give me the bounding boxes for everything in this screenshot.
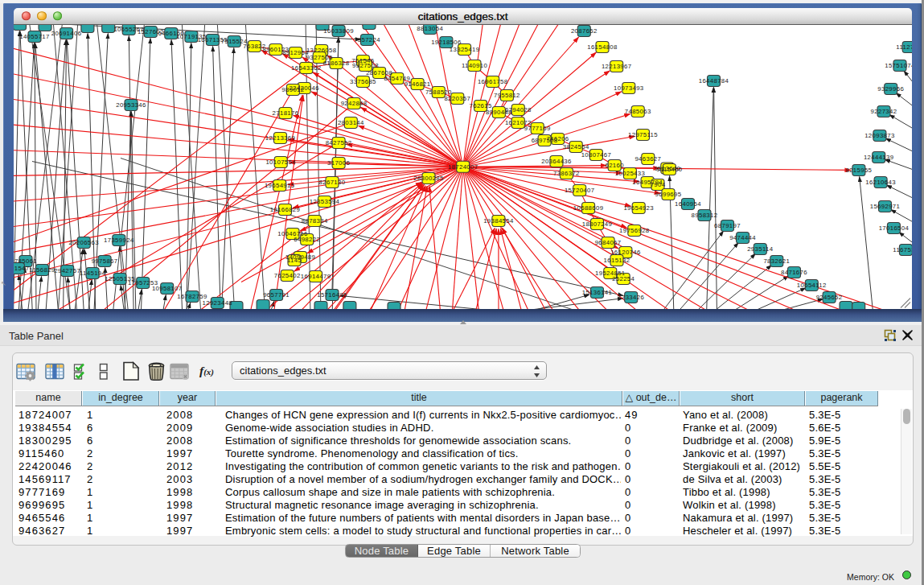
svg-text:785061: 785061 xyxy=(14,257,37,265)
svg-text:1640954: 1640954 xyxy=(675,200,701,208)
svg-text:18807249: 18807249 xyxy=(582,220,613,228)
svg-text:10973493: 10973493 xyxy=(614,84,644,92)
svg-text:1145194: 1145194 xyxy=(80,270,106,277)
svg-text:2087652: 2087652 xyxy=(571,27,598,35)
svg-text:15716485: 15716485 xyxy=(317,291,347,299)
svg-text:20364436: 20364436 xyxy=(541,158,572,165)
svg-text:2718176: 2718176 xyxy=(273,109,299,117)
svg-text:3375685: 3375685 xyxy=(350,78,376,85)
svg-text:12444139: 12444139 xyxy=(864,154,894,161)
svg-text:391547: 391547 xyxy=(14,265,29,272)
svg-text:7386372: 7386372 xyxy=(553,170,580,177)
svg-text:16914479: 16914479 xyxy=(301,273,331,280)
svg-text:3824554: 3824554 xyxy=(563,143,589,150)
svg-text:2942757: 2942757 xyxy=(54,267,80,274)
svg-text:10958107: 10958107 xyxy=(152,285,183,292)
svg-text:9657791: 9657791 xyxy=(263,291,290,299)
svg-text:9777169: 9777169 xyxy=(524,125,551,132)
svg-text:15136141: 15136141 xyxy=(582,289,613,296)
svg-text:1145: 1145 xyxy=(287,257,302,264)
svg-text:15692971: 15692971 xyxy=(870,203,901,210)
svg-text:10654112: 10654112 xyxy=(797,282,827,289)
svg-text:12923448: 12923448 xyxy=(203,299,233,307)
svg-text:16961758: 16961758 xyxy=(478,78,508,85)
svg-text:8220357: 8220357 xyxy=(444,95,470,102)
svg-text:8878334: 8878334 xyxy=(302,217,328,225)
svg-text:8427552: 8427552 xyxy=(326,139,352,146)
svg-text:9463627: 9463627 xyxy=(634,155,661,163)
svg-text:8813054: 8813054 xyxy=(417,25,443,32)
svg-text:19654923: 19654923 xyxy=(623,204,654,212)
svg-text:7955812: 7955812 xyxy=(494,92,520,99)
svg-text:19756928: 19756928 xyxy=(619,227,650,234)
svg-text:16448784: 16448784 xyxy=(699,77,729,84)
svg-text:9975867: 9975867 xyxy=(92,257,118,265)
svg-text:10107554: 10107554 xyxy=(265,159,296,166)
svg-text:10025433: 10025433 xyxy=(615,170,646,177)
svg-text:9684067: 9684067 xyxy=(595,239,622,246)
svg-text:7357224: 7357224 xyxy=(354,36,380,43)
svg-text:12213369: 12213369 xyxy=(265,134,296,142)
svg-text:1112744: 1112744 xyxy=(896,43,912,51)
svg-text:7904: 7904 xyxy=(651,181,666,188)
svg-text:317006: 317006 xyxy=(327,159,350,167)
svg-text:9474444: 9474444 xyxy=(729,234,756,241)
svg-text:12093873: 12093873 xyxy=(864,132,895,139)
svg-text:8267130: 8267130 xyxy=(319,179,346,186)
svg-text:1167533: 1167533 xyxy=(893,246,912,253)
svg-text:16210643: 16210643 xyxy=(865,179,896,186)
svg-text:12975115: 12975115 xyxy=(628,131,658,138)
svg-text:16154808: 16154808 xyxy=(587,43,618,51)
svg-text:9699695: 9699695 xyxy=(655,191,682,198)
svg-text:8471676: 8471676 xyxy=(781,269,807,276)
svg-text:2935114: 2935114 xyxy=(747,245,774,253)
svg-text:7832621: 7832621 xyxy=(763,257,790,265)
svg-text:8912954: 8912954 xyxy=(282,49,309,56)
svg-text:20691406: 20691406 xyxy=(51,30,82,37)
svg-text:10807467: 10807467 xyxy=(581,151,612,159)
svg-text:16543362: 16543362 xyxy=(291,64,322,72)
svg-text:12353594: 12353594 xyxy=(310,198,340,205)
svg-text:62160: 62160 xyxy=(605,162,624,169)
svg-text:17359924: 17359924 xyxy=(104,237,134,244)
svg-text:9146821: 9146821 xyxy=(405,80,431,88)
svg-text:1156829: 1156829 xyxy=(29,266,55,274)
svg-text:14055717: 14055717 xyxy=(19,33,50,40)
svg-text:9227342: 9227342 xyxy=(871,108,897,115)
svg-text:1733426: 1733426 xyxy=(618,294,644,301)
svg-text:16120746: 16120746 xyxy=(610,249,641,256)
svg-text:7625402: 7625402 xyxy=(274,272,301,279)
svg-text:6498222: 6498222 xyxy=(294,236,320,243)
svg-text:13325419: 13325419 xyxy=(450,46,480,53)
svg-text:13226058: 13226058 xyxy=(306,47,337,54)
svg-text:9329966: 9329966 xyxy=(877,85,904,93)
svg-text:19384554: 19384554 xyxy=(483,217,514,225)
svg-text:6794028: 6794028 xyxy=(505,106,532,113)
svg-text:15720407: 15720407 xyxy=(565,187,595,194)
svg-text:12213967: 12213967 xyxy=(602,63,632,70)
svg-text:16033809: 16033809 xyxy=(323,27,354,35)
svg-text:10688609: 10688609 xyxy=(573,204,604,212)
svg-text:20206563: 20206563 xyxy=(68,239,99,246)
svg-text:252254: 252254 xyxy=(612,275,634,282)
svg-text:19166829: 19166829 xyxy=(270,206,301,213)
svg-text:6879197: 6879197 xyxy=(714,222,741,229)
svg-text:20953346: 20953346 xyxy=(116,101,146,109)
svg-text:1140910: 1140910 xyxy=(462,62,488,69)
svg-text:989012: 989012 xyxy=(281,86,304,93)
svg-text:1615132: 1615132 xyxy=(604,257,630,264)
svg-text:18724007: 18724007 xyxy=(448,163,478,170)
svg-text:19218506: 19218506 xyxy=(431,39,462,46)
svg-text:15751074: 15751074 xyxy=(885,62,912,69)
svg-text:8215955: 8215955 xyxy=(845,167,872,174)
svg-text:19654915: 19654915 xyxy=(265,182,295,189)
svg-text:28300285: 28300285 xyxy=(413,175,444,182)
svg-text:17016504: 17016504 xyxy=(879,225,910,232)
svg-text:8186328: 8186328 xyxy=(323,60,350,67)
svg-text:2803144: 2803144 xyxy=(338,119,364,126)
svg-text:9242848: 9242848 xyxy=(341,100,368,107)
svg-text:9245652: 9245652 xyxy=(816,294,843,301)
svg-text:746206: 746206 xyxy=(546,135,569,142)
svg-text:7485063: 7485063 xyxy=(625,108,651,115)
svg-text:9327508: 9327508 xyxy=(352,62,379,69)
